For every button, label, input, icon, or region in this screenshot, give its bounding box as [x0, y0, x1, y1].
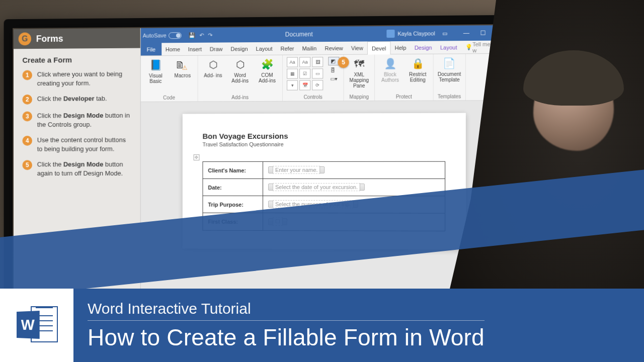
step-number: 5	[22, 160, 32, 170]
group-mapping: 🗺 XML Mapping Pane 5 Mapping	[344, 55, 375, 101]
step-item: 3Click the Design Mode button in the Con…	[22, 111, 131, 129]
repeating-section-icon[interactable]: ⟳	[312, 80, 323, 90]
field-label: Client's Name:	[203, 161, 263, 178]
sidebar-header: G Forms	[14, 28, 140, 49]
step-text: Use the content control buttons to being…	[37, 136, 131, 153]
group-protect: 👤 Block Authors 🔒 Restrict Editing Prote…	[375, 54, 434, 101]
autosave-toggle[interactable]: AutoSave	[143, 32, 182, 39]
content-control[interactable]: Select the date of your excursion.	[268, 183, 365, 191]
restrict-editing-button[interactable]: 🔒 Restrict Editing	[407, 56, 429, 83]
tab-insert[interactable]: Insert	[184, 43, 206, 55]
save-icon[interactable]: 💾	[188, 32, 195, 38]
step-number: 2	[22, 95, 32, 105]
restrict-editing-icon: 🔒	[411, 56, 425, 70]
sidebar-header-title: Forms	[36, 33, 63, 44]
redo-icon[interactable]: ↷	[208, 32, 212, 38]
cc-handle-right-icon[interactable]	[320, 166, 325, 173]
step-item: 5Click the Design Mode button again to t…	[22, 160, 131, 178]
com-addins-button[interactable]: 🧩 COM Add-ins	[256, 57, 278, 83]
table-row: Client's Name: Enter your name.	[203, 161, 445, 178]
block-authors-button[interactable]: 👤 Block Authors	[379, 56, 401, 83]
form-subheading: Travel Satisfaction Questionnaire	[202, 141, 445, 147]
tab-mailin[interactable]: Mailin	[298, 42, 321, 54]
tab-file[interactable]: File	[141, 43, 162, 55]
checkbox-control-icon[interactable]: ☑	[299, 68, 310, 78]
block-authors-icon: 👤	[383, 56, 397, 70]
word-addins-icon: ⬡	[233, 57, 247, 71]
content-control[interactable]: Enter your name.	[268, 166, 325, 174]
step-5-badge: 5	[338, 57, 349, 68]
group-code: 📘 Visual Basic 🗎⚠ Macros Code	[141, 56, 198, 102]
com-addins-icon: 🧩	[260, 57, 274, 71]
xml-mapping-icon: 🗺	[352, 57, 366, 71]
step-number: 4	[22, 136, 32, 146]
tab-devel[interactable]: Devel	[367, 41, 391, 54]
group-templates: 📄 Document Template Templates	[434, 54, 466, 100]
tab-layout[interactable]: Layout	[252, 42, 277, 55]
document-title: Document	[215, 30, 383, 39]
cc-placeholder[interactable]: Select the date of your excursion.	[273, 183, 360, 191]
building-block-icon[interactable]: ▦	[287, 69, 298, 79]
group-controls: Aa Aa 🖼 ▦ ☑ ▭ ▾ 📅 ⟳ ◩ 🗄 ▭▾	[283, 55, 344, 101]
tab-view[interactable]: View	[347, 41, 367, 54]
step-item: 4Use the content control buttons to bein…	[22, 136, 131, 153]
document-template-icon: 📄	[442, 56, 457, 70]
tab-context-layout[interactable]: Layout	[436, 41, 461, 54]
visual-basic-button[interactable]: 📘 Visual Basic	[145, 58, 167, 84]
user-account[interactable]: Kayla Claypool	[386, 29, 435, 38]
document-template-button[interactable]: 📄 Document Template	[438, 56, 461, 82]
step-item: 2Click the Developer tab.	[22, 94, 131, 105]
logo-icon: G	[19, 32, 31, 45]
word-w-icon: W	[17, 311, 40, 339]
tab-review[interactable]: Review	[320, 42, 347, 54]
step-number: 3	[22, 112, 32, 122]
tab-refer[interactable]: Refer	[277, 42, 298, 54]
step-text: Click the Design Mode button again to tu…	[37, 160, 131, 178]
step-text: Click the Developer tab.	[37, 94, 107, 104]
tab-draw[interactable]: Draw	[206, 42, 226, 55]
plain-text-control-icon[interactable]: Aa	[299, 57, 310, 67]
addins-button[interactable]: ⬡ Add- ins	[202, 57, 224, 78]
xml-mapping-button[interactable]: 🗺 XML Mapping Pane	[348, 57, 370, 89]
cc-placeholder[interactable]: Enter your name.	[273, 166, 320, 174]
macros-icon: 🗎⚠	[176, 58, 190, 72]
tab-home[interactable]: Home	[162, 43, 184, 55]
date-picker-control-icon[interactable]: 📅	[299, 80, 310, 90]
quick-access-toolbar: 💾 ↶ ↷	[188, 32, 212, 38]
overlay-line2: How to Create a Fillable Form in Word	[88, 324, 485, 351]
field-label: Date:	[203, 178, 263, 196]
sidebar-title: Create a Form	[22, 55, 131, 64]
avatar-icon	[386, 30, 394, 38]
step-number: 1	[22, 70, 32, 80]
minimize-button[interactable]: —	[459, 28, 474, 39]
addins-icon: ⬡	[206, 57, 220, 71]
group-addins: ⬡ Add- ins ⬡ Word Add-ins 🧩 COM Add-ins …	[198, 55, 283, 102]
tab-help[interactable]: Help	[390, 41, 410, 54]
picture-control-icon[interactable]: 🖼	[312, 57, 323, 67]
step-text: Click where you want to being creating y…	[37, 69, 131, 87]
word-logo: W	[0, 289, 73, 362]
table-row: Date: Select the date of your excursion.	[203, 178, 445, 196]
form-heading: Bon Voyage Excursions	[202, 131, 445, 140]
autosave-switch-icon[interactable]	[169, 32, 182, 39]
group-controls-button[interactable]: ▭▾	[328, 75, 339, 82]
maximize-button[interactable]: ☐	[475, 27, 491, 38]
tab-context-design[interactable]: Design	[411, 41, 436, 54]
step-text: Click the Design Mode button in the Cont…	[37, 111, 131, 129]
properties-button[interactable]: 🗄	[328, 66, 339, 74]
dropdown-control-icon[interactable]: ▾	[287, 80, 298, 90]
undo-icon[interactable]: ↶	[199, 32, 204, 38]
macros-button[interactable]: 🗎⚠ Macros	[172, 58, 194, 78]
cc-handle-right-icon[interactable]	[360, 184, 365, 191]
rich-text-control-icon[interactable]: Aa	[287, 57, 298, 67]
word-addins-button[interactable]: ⬡ Word Add-ins	[229, 57, 251, 83]
overlay-line1: Word Interactive Tutorial	[88, 300, 485, 317]
ribbon-display-icon[interactable]: ▭	[442, 30, 447, 37]
combobox-control-icon[interactable]: ▭	[312, 68, 323, 78]
tab-design[interactable]: Design	[226, 42, 252, 55]
visual-basic-icon: 📘	[149, 58, 163, 72]
ribbon: 📘 Visual Basic 🗎⚠ Macros Code ⬡ Add- ins	[141, 54, 509, 102]
table-anchor-icon[interactable]: ✥	[194, 154, 200, 160]
content-controls-grid[interactable]: Aa Aa 🖼 ▦ ☑ ▭ ▾ 📅 ⟳	[287, 57, 323, 90]
field-cell[interactable]: Enter your name.	[263, 161, 445, 178]
